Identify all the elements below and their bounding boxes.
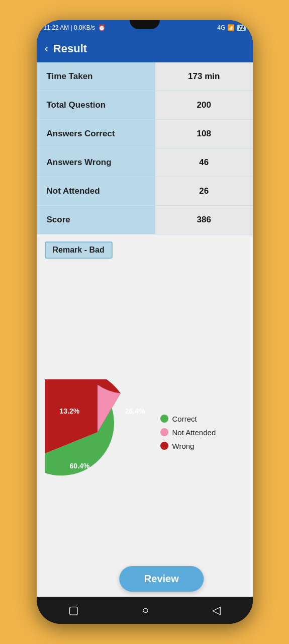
legend-label: Wrong [172, 442, 195, 450]
result-table: Time Taken173 minTotal Question200Answer… [37, 62, 253, 234]
table-row: Answers Correct108 [37, 120, 253, 148]
legend-item: Correct [160, 415, 216, 423]
legend-item: Wrong [160, 442, 216, 450]
legend-dot [160, 415, 168, 423]
table-row: Score386 [37, 206, 253, 234]
table-row: Total Question200 [37, 91, 253, 120]
screen-content: Time Taken173 minTotal Question200Answer… [37, 62, 253, 597]
pie-chart: 60.4% 13.2% 26.4% [45, 379, 150, 485]
table-row: Time Taken173 min [37, 62, 253, 91]
back-button[interactable]: ‹ [45, 42, 48, 55]
legend-dot [160, 428, 168, 436]
row-label: Score [37, 206, 156, 234]
legend-label: Not Attended [172, 428, 216, 437]
pie-svg [45, 379, 150, 485]
row-value: 26 [155, 177, 253, 206]
legend-label: Correct [172, 415, 197, 423]
row-label: Time Taken [37, 62, 156, 91]
row-label: Not Attended [37, 177, 156, 206]
row-value: 46 [155, 148, 253, 177]
row-label: Total Question [37, 91, 156, 120]
time-display: 11:22 AM | 0.0KB/s [44, 24, 95, 31]
row-value: 108 [155, 120, 253, 148]
remark-section: Remark - Bad [37, 234, 253, 263]
chart-legend: CorrectNot AttendedWrong [160, 415, 216, 450]
table-row: Not Attended26 [37, 177, 253, 206]
legend-dot [160, 442, 168, 450]
nav-back-icon[interactable]: ◁ [212, 604, 221, 617]
nav-bar: ▢ ○ ◁ [37, 597, 253, 624]
network-icon: 4G [217, 24, 225, 31]
alarm-icon: ⏰ [98, 24, 106, 31]
status-right: 4G 📶 72 [217, 24, 245, 31]
row-value: 173 min [155, 62, 253, 91]
row-label: Answers Correct [37, 120, 156, 148]
page-title: Result [53, 42, 87, 55]
remark-badge: Remark - Bad [45, 242, 113, 259]
nav-circle-icon[interactable]: ○ [142, 604, 149, 617]
row-label: Answers Wrong [37, 148, 156, 177]
review-button-container: Review [119, 566, 204, 592]
signal-icon: 📶 [227, 24, 235, 31]
nav-square-icon[interactable]: ▢ [68, 604, 79, 617]
table-row: Answers Wrong46 [37, 148, 253, 177]
row-value: 200 [155, 91, 253, 120]
chart-section: 60.4% 13.2% 26.4% CorrectNot AttendedWro… [37, 263, 253, 597]
battery-icon: 72 [237, 25, 245, 31]
header: ‹ Result [37, 35, 253, 62]
status-left: 11:22 AM | 0.0KB/s ⏰ [44, 24, 106, 31]
row-value: 386 [155, 206, 253, 234]
legend-item: Not Attended [160, 428, 216, 437]
review-button[interactable]: Review [119, 566, 204, 592]
